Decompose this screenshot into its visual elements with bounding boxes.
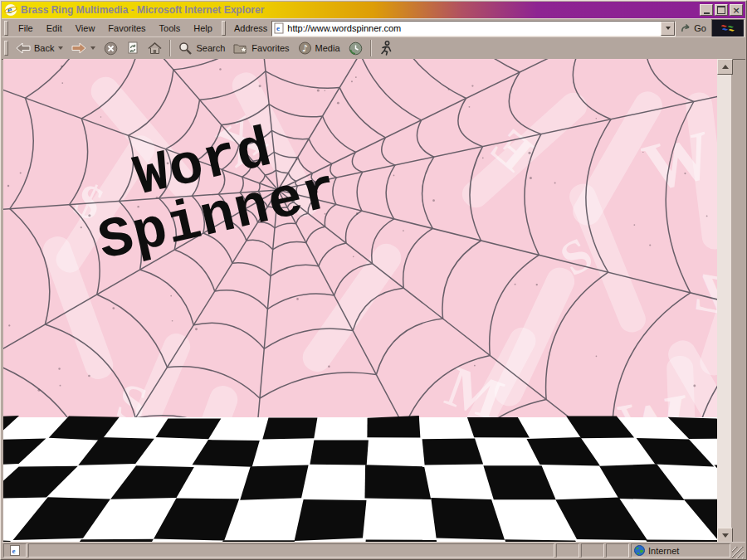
menu-item-view[interactable]: View — [69, 21, 102, 36]
favorites-icon — [233, 42, 248, 54]
go-button[interactable]: Go — [676, 22, 711, 34]
menu-address-row: File Edit View Favorites Tools Help Addr… — [2, 18, 745, 37]
history-button[interactable] — [344, 38, 367, 58]
search-button[interactable]: Search — [174, 38, 229, 58]
svg-text:e: e — [276, 24, 280, 32]
toolbar-separator — [169, 40, 171, 56]
search-icon — [178, 41, 193, 56]
menu-item-help[interactable]: Help — [187, 21, 219, 36]
svg-text:♪: ♪ — [302, 43, 308, 54]
address-url: http://www.wordspinner.com — [287, 23, 661, 33]
menu-item-favorites[interactable]: Favorites — [101, 21, 152, 36]
refresh-icon — [126, 41, 139, 55]
svg-text:e: e — [7, 4, 12, 16]
forward-button[interactable] — [67, 38, 100, 58]
stop-button[interactable] — [100, 38, 122, 58]
back-label: Back — [34, 43, 54, 53]
maximize-button[interactable] — [715, 4, 728, 16]
back-button[interactable]: Back — [12, 38, 67, 58]
window-title: Brass Ring Multimedia - Microsoft Intern… — [21, 4, 698, 16]
windows-flag-icon — [720, 23, 735, 34]
forward-arrow-icon — [71, 42, 86, 54]
go-label: Go — [694, 23, 706, 33]
ie-page-icon: e — [10, 545, 20, 556]
address-dropdown-button[interactable] — [661, 22, 675, 36]
status-bar: e Internet — [2, 542, 745, 558]
refresh-button[interactable] — [122, 38, 144, 58]
standard-buttons-toolbar: Back — [2, 37, 745, 60]
resize-grip[interactable] — [732, 547, 744, 558]
arrow-up-icon — [722, 65, 729, 69]
address-input[interactable]: e http://www.wordspinner.com — [271, 21, 676, 37]
arrow-down-icon — [722, 533, 729, 538]
favorites-button[interactable]: Favorites — [229, 38, 293, 58]
minimize-button[interactable] — [700, 4, 713, 16]
close-icon: × — [732, 5, 740, 16]
status-pane-1 — [556, 543, 579, 558]
browser-window: e Brass Ring Multimedia - Microsoft Inte… — [0, 0, 747, 560]
menu-item-file[interactable]: File — [12, 21, 40, 36]
chevron-down-icon — [666, 27, 671, 30]
address-grip-handle[interactable] — [222, 21, 226, 36]
status-pane-3 — [606, 543, 629, 558]
toolbar-separator-2 — [370, 40, 372, 56]
favorites-label: Favorites — [251, 43, 289, 53]
minimize-icon — [704, 12, 710, 14]
status-icon-pane: e — [3, 543, 27, 558]
status-message-pane — [28, 543, 554, 558]
home-icon — [148, 42, 162, 55]
go-arrow-icon — [681, 23, 691, 33]
history-icon — [349, 41, 363, 56]
back-dropdown-icon[interactable] — [58, 46, 63, 50]
aim-button[interactable] — [375, 38, 397, 58]
forward-dropdown-icon[interactable] — [90, 46, 95, 50]
status-pane-2 — [581, 543, 604, 558]
search-label: Search — [196, 43, 225, 53]
scrollbar-up-button[interactable] — [717, 59, 733, 75]
vertical-scrollbar[interactable] — [717, 59, 731, 543]
zone-label: Internet — [648, 546, 679, 556]
toolbar-grip-handle[interactable] — [4, 41, 8, 56]
home-button[interactable] — [144, 38, 166, 58]
running-man-icon — [379, 41, 393, 56]
back-arrow-icon — [16, 42, 31, 54]
menu-item-tools[interactable]: Tools — [153, 21, 188, 36]
stop-icon — [104, 41, 118, 56]
security-zone-pane: Internet — [631, 543, 730, 558]
page-content: X$EWZSMWS Word Spinner — [3, 59, 731, 543]
title-bar[interactable]: e Brass Ring Multimedia - Microsoft Inte… — [2, 2, 745, 18]
ie-logo-icon: e — [4, 3, 17, 17]
maximize-icon — [717, 6, 725, 14]
media-button[interactable]: ♪ Media — [294, 38, 344, 58]
page-artwork: X$EWZSMWS Word Spinner — [3, 59, 717, 543]
page-ie-icon: e — [274, 22, 285, 34]
menu-item-edit[interactable]: Edit — [40, 21, 69, 36]
close-button[interactable]: × — [730, 4, 743, 16]
address-label: Address — [234, 23, 267, 33]
cobweb-floor-artwork: X$EWZSMWS — [3, 59, 717, 543]
throbber — [711, 19, 745, 37]
svg-text:e: e — [12, 547, 16, 555]
media-icon: ♪ — [298, 41, 312, 55]
menu-grip-handle[interactable] — [4, 21, 8, 36]
globe-icon — [634, 545, 645, 556]
media-label: Media — [315, 43, 340, 53]
